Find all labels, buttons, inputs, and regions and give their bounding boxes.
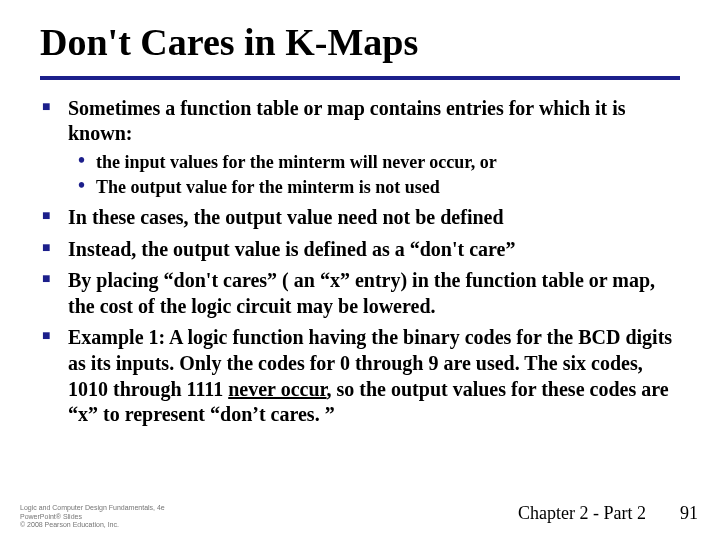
bullet-text: Sometimes a function table or map contai… <box>68 97 626 145</box>
sub-bullet-item: The output value for the minterm is not … <box>96 176 680 199</box>
footer-line: © 2008 Pearson Education, Inc. <box>20 521 165 530</box>
slide: Don't Cares in K-Maps Sometimes a functi… <box>0 0 720 540</box>
bullet-item: Instead, the output value is defined as … <box>68 237 680 263</box>
chapter-label: Chapter 2 - Part 2 <box>518 503 646 524</box>
page-number: 91 <box>680 503 698 524</box>
sub-bullet-text: The output value for the minterm is not … <box>96 177 440 197</box>
bullet-text-underline: never occur <box>228 378 326 400</box>
bullet-item: Sometimes a function table or map contai… <box>68 96 680 199</box>
sub-bullet-text: the input values for the minterm will ne… <box>96 152 497 172</box>
bullet-list: Sometimes a function table or map contai… <box>40 96 680 428</box>
bullet-text: In these cases, the output value need no… <box>68 206 504 228</box>
footer-line: PowerPoint® Slides <box>20 513 165 522</box>
footer-right-block: Chapter 2 - Part 291 <box>518 503 698 524</box>
sub-bullet-item: the input values for the minterm will ne… <box>96 151 680 174</box>
sub-bullet-list: the input values for the minterm will ne… <box>68 151 680 199</box>
footer-credits: Logic and Computer Design Fundamentals, … <box>20 504 165 530</box>
bullet-item: By placing “don't cares” ( an “x” entry)… <box>68 268 680 319</box>
bullet-item: Example 1: A logic function having the b… <box>68 325 680 427</box>
bullet-item: In these cases, the output value need no… <box>68 205 680 231</box>
title-rule <box>40 76 680 80</box>
footer-line: Logic and Computer Design Fundamentals, … <box>20 504 165 513</box>
slide-title: Don't Cares in K-Maps <box>40 22 680 64</box>
slide-content: Sometimes a function table or map contai… <box>40 96 680 428</box>
bullet-text: Instead, the output value is defined as … <box>68 238 515 260</box>
bullet-text: By placing “don't cares” ( an “x” entry)… <box>68 269 655 317</box>
